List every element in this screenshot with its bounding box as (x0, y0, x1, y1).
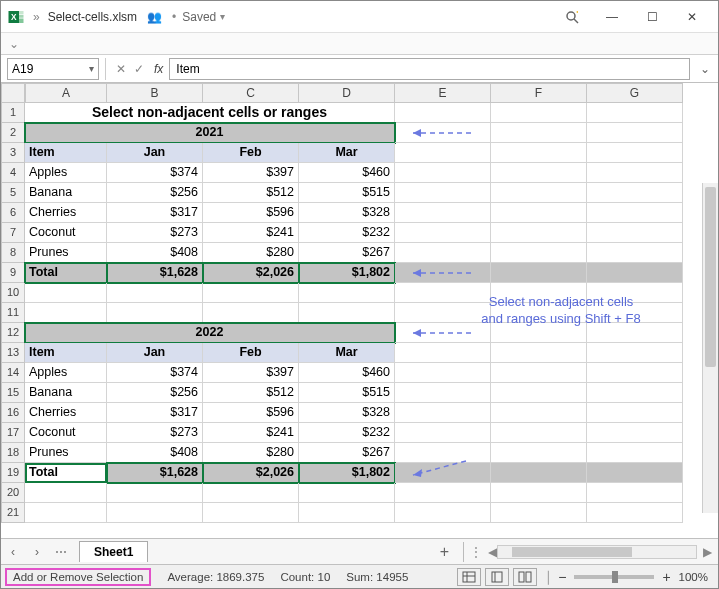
tab-sheet1[interactable]: Sheet1 (79, 541, 148, 562)
row-header-14[interactable]: 14 (1, 363, 25, 383)
cell-G4[interactable] (587, 163, 683, 183)
hscroll-right[interactable]: ▶ (703, 545, 712, 559)
cell-A16[interactable]: Cherries (25, 403, 107, 423)
cell-A21[interactable] (25, 503, 107, 523)
year-cell-2021[interactable]: 2021 (25, 123, 395, 143)
header-cell-item[interactable]: Item (25, 343, 107, 363)
header-cell-feb[interactable]: Feb (203, 343, 299, 363)
cell-D7[interactable]: $232 (299, 223, 395, 243)
cell-D9[interactable]: $1,802 (299, 263, 395, 283)
header-cell-jan[interactable]: Jan (107, 143, 203, 163)
cell-F15[interactable] (491, 383, 587, 403)
header-cell-mar[interactable]: Mar (299, 343, 395, 363)
view-page-break-button[interactable] (513, 568, 537, 586)
cell-E5[interactable] (395, 183, 491, 203)
cell-C20[interactable] (203, 483, 299, 503)
fx-label[interactable]: fx (154, 62, 163, 76)
cell-E3[interactable] (395, 143, 491, 163)
cell-F13[interactable] (491, 343, 587, 363)
ribbon-collapsed[interactable]: ⌄ (1, 33, 718, 55)
cell-G5[interactable] (587, 183, 683, 203)
cell-A5[interactable]: Banana (25, 183, 107, 203)
scroll-thumb[interactable] (705, 187, 716, 367)
cell-B9[interactable]: $1,628 (107, 263, 203, 283)
cell-F1[interactable] (491, 103, 587, 123)
cell-F2[interactable] (491, 123, 587, 143)
cell-A6[interactable]: Cherries (25, 203, 107, 223)
cell-E20[interactable] (395, 483, 491, 503)
header-cell-jan[interactable]: Jan (107, 343, 203, 363)
cell-C16[interactable]: $596 (203, 403, 299, 423)
col-header-C[interactable]: C (203, 83, 299, 103)
cell-F9[interactable] (491, 263, 587, 283)
cell-B11[interactable] (107, 303, 203, 323)
cell-D20[interactable] (299, 483, 395, 503)
row-header-5[interactable]: 5 (1, 183, 25, 203)
cell-B17[interactable]: $273 (107, 423, 203, 443)
cell-F21[interactable] (491, 503, 587, 523)
zoom-slider[interactable] (574, 575, 654, 579)
row-header-7[interactable]: 7 (1, 223, 25, 243)
cell-E6[interactable] (395, 203, 491, 223)
cell-F5[interactable] (491, 183, 587, 203)
cell-A7[interactable]: Coconut (25, 223, 107, 243)
row-header-11[interactable]: 11 (1, 303, 25, 323)
cell-B21[interactable] (107, 503, 203, 523)
cell-C11[interactable] (203, 303, 299, 323)
cell-D14[interactable]: $460 (299, 363, 395, 383)
row-header-21[interactable]: 21 (1, 503, 25, 523)
cell-G17[interactable] (587, 423, 683, 443)
cell-B16[interactable]: $317 (107, 403, 203, 423)
row-header-10[interactable]: 10 (1, 283, 25, 303)
expand-formula-icon[interactable]: ⌄ (696, 62, 714, 76)
cell-D5[interactable]: $515 (299, 183, 395, 203)
share-icon[interactable]: 👥 (147, 10, 162, 24)
cell-E9[interactable] (395, 263, 491, 283)
close-button[interactable]: ✕ (672, 3, 712, 31)
cell-B10[interactable] (107, 283, 203, 303)
tab-options-icon[interactable]: ⋮ (470, 545, 482, 559)
cell-B15[interactable]: $256 (107, 383, 203, 403)
cell-C21[interactable] (203, 503, 299, 523)
cell-E13[interactable] (395, 343, 491, 363)
minimize-button[interactable]: — (592, 3, 632, 31)
cell-A15[interactable]: Banana (25, 383, 107, 403)
cell-A14[interactable]: Apples (25, 363, 107, 383)
cell-A19[interactable]: Total (25, 463, 107, 483)
cell-D10[interactable] (299, 283, 395, 303)
cell-D6[interactable]: $328 (299, 203, 395, 223)
cell-C18[interactable]: $280 (203, 443, 299, 463)
cell-E17[interactable] (395, 423, 491, 443)
cell-G3[interactable] (587, 143, 683, 163)
cell-C5[interactable]: $512 (203, 183, 299, 203)
cell-G13[interactable] (587, 343, 683, 363)
cell-E2[interactable] (395, 123, 491, 143)
cell-F7[interactable] (491, 223, 587, 243)
vertical-scrollbar[interactable] (702, 183, 718, 513)
cell-A20[interactable] (25, 483, 107, 503)
col-header-E[interactable]: E (395, 83, 491, 103)
cell-E7[interactable] (395, 223, 491, 243)
cell-B6[interactable]: $317 (107, 203, 203, 223)
cell-G18[interactable] (587, 443, 683, 463)
cell-B7[interactable]: $273 (107, 223, 203, 243)
cell-C8[interactable]: $280 (203, 243, 299, 263)
row-header-20[interactable]: 20 (1, 483, 25, 503)
chevrons-icon[interactable]: » (33, 10, 40, 24)
cell-B5[interactable]: $256 (107, 183, 203, 203)
select-all-corner[interactable] (1, 83, 25, 103)
row-header-15[interactable]: 15 (1, 383, 25, 403)
cell-F17[interactable] (491, 423, 587, 443)
cell-G1[interactable] (587, 103, 683, 123)
namebox-dropdown-icon[interactable]: ▾ (89, 63, 94, 74)
cell-F19[interactable] (491, 463, 587, 483)
year-cell-2022[interactable]: 2022 (25, 323, 395, 343)
cell-A4[interactable]: Apples (25, 163, 107, 183)
cell-B19[interactable]: $1,628 (107, 463, 203, 483)
cell-G15[interactable] (587, 383, 683, 403)
cell-C17[interactable]: $241 (203, 423, 299, 443)
cell-B8[interactable]: $408 (107, 243, 203, 263)
cell-D8[interactable]: $267 (299, 243, 395, 263)
row-header-4[interactable]: 4 (1, 163, 25, 183)
row-header-17[interactable]: 17 (1, 423, 25, 443)
